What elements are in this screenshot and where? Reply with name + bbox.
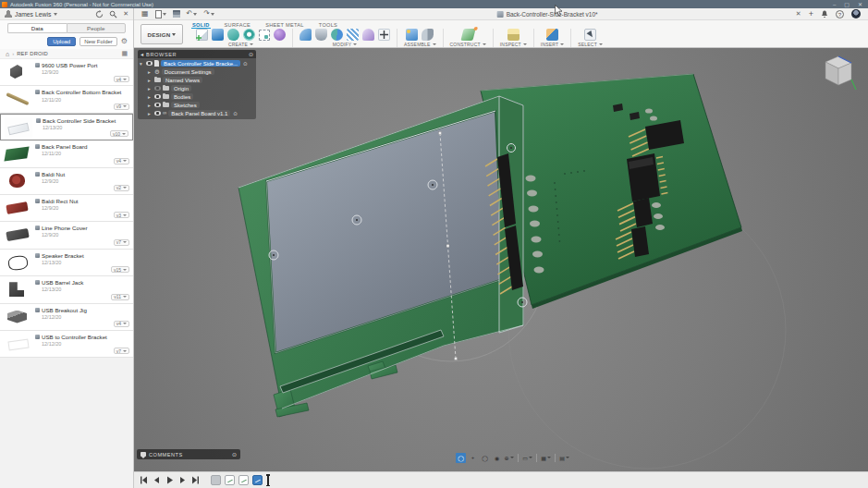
select-menu[interactable]: SELECT xyxy=(578,42,603,47)
offset-face-icon[interactable] xyxy=(347,29,359,41)
visibility-eye-icon[interactable] xyxy=(154,94,161,99)
minimize-icon[interactable]: – xyxy=(833,1,836,8)
construct-menu[interactable]: CONSTRUCT xyxy=(450,42,486,47)
new-tab-icon[interactable]: + xyxy=(809,9,813,18)
list-item[interactable]: Speaker Bracket 12/13/20 v15 xyxy=(0,250,133,276)
tab-solid[interactable]: SOLID xyxy=(191,22,211,28)
step-forward-icon[interactable] xyxy=(178,476,187,484)
fillet-icon[interactable] xyxy=(300,29,312,41)
visibility-eye-icon[interactable] xyxy=(154,86,161,91)
tab-tools[interactable]: TOOLS xyxy=(318,22,338,28)
timeline-feature-component[interactable] xyxy=(211,475,221,485)
orbit-tool-active[interactable]: ◯ xyxy=(456,453,466,463)
chevron-down-icon[interactable] xyxy=(54,13,57,16)
collapse-icon[interactable]: ◂ xyxy=(141,51,143,57)
tree-node-origin[interactable]: ▸ Origin xyxy=(140,84,254,92)
insert-icon[interactable] xyxy=(546,29,558,41)
construction-plane-icon[interactable] xyxy=(460,29,475,41)
tab-surface[interactable]: SURFACE xyxy=(224,22,252,28)
joint-icon[interactable] xyxy=(422,29,434,41)
visibility-eye-icon[interactable] xyxy=(154,111,161,116)
pan-tool[interactable]: + xyxy=(468,453,478,463)
comments-panel[interactable]: COMMENTS ⊙ xyxy=(137,449,240,459)
combine-icon[interactable] xyxy=(331,29,343,41)
zoom-tool[interactable]: ⊕ xyxy=(504,453,514,463)
visibility-eye-icon[interactable] xyxy=(146,61,153,66)
caret-icon[interactable]: ▾ xyxy=(140,61,144,67)
list-item[interactable]: Back Controller Bottom Bracket 12/11/20 … xyxy=(0,86,133,113)
user-name[interactable]: James Lewis xyxy=(15,11,51,18)
caret-icon[interactable]: ▸ xyxy=(148,103,153,108)
viewports-menu[interactable]: ▤ xyxy=(559,453,569,463)
version-dropdown[interactable]: v7 xyxy=(114,239,129,246)
version-dropdown[interactable]: v4 xyxy=(114,158,129,165)
version-dropdown[interactable]: v4 xyxy=(114,321,129,327)
home-icon[interactable]: ⌂ xyxy=(6,50,9,58)
list-item[interactable]: USB Breakout Jig 12/12/20 v4 xyxy=(0,304,133,331)
caret-icon[interactable]: ▸ xyxy=(148,69,153,75)
version-dropdown[interactable]: v11 xyxy=(111,294,129,300)
undo-button[interactable]: ↶ xyxy=(187,9,198,18)
upload-button[interactable]: Upload xyxy=(47,37,76,46)
tree-node-back-panel-board[interactable]: ▸ ∞ Back Panel Board v1.1 ⊙ xyxy=(140,109,254,117)
select-icon[interactable] xyxy=(584,29,596,41)
tree-node-sketches[interactable]: ▸ Sketches xyxy=(140,101,254,109)
appearance-icon[interactable] xyxy=(362,29,374,41)
user-avatar[interactable] xyxy=(851,9,861,18)
list-item[interactable]: Back Panel Board 12/11/20 v4 xyxy=(0,140,133,167)
side-bracket-body[interactable] xyxy=(238,96,523,417)
maximize-icon[interactable]: ▢ xyxy=(844,1,850,8)
browser-header[interactable]: ◂ BROWSER ⊙ xyxy=(138,50,256,58)
version-dropdown[interactable]: v7 xyxy=(114,348,129,354)
circle-icon[interactable]: ⊙ xyxy=(243,61,248,67)
viewport-canvas[interactable]: ◂ BROWSER ⊙ ▾ Back Controller Side Brack… xyxy=(134,48,868,471)
list-item[interactable]: USB Barrel Jack 12/13/20 v11 xyxy=(0,276,133,303)
search-icon[interactable] xyxy=(109,10,117,18)
display-settings-menu[interactable]: ▭ xyxy=(522,453,532,463)
timeline-feature-sketch-active[interactable] xyxy=(252,475,263,485)
file-menu-button[interactable] xyxy=(155,10,166,18)
grid-view-icon[interactable]: ▦ xyxy=(121,50,128,57)
caret-icon[interactable]: ▸ xyxy=(148,86,153,92)
box-icon[interactable] xyxy=(212,29,224,41)
play-icon[interactable] xyxy=(165,476,174,484)
view-cube[interactable] xyxy=(814,54,857,96)
version-dropdown[interactable]: v2 xyxy=(114,185,129,191)
list-item-selected[interactable]: Back Controller Side Bracket 12/13/20 v1… xyxy=(0,114,133,140)
gear-icon[interactable]: ⚙ xyxy=(121,37,128,45)
tab-sheet-metal[interactable]: SHEET METAL xyxy=(264,22,305,28)
new-component-icon[interactable] xyxy=(406,29,418,41)
version-dropdown[interactable]: v3 xyxy=(114,212,129,218)
refresh-icon[interactable] xyxy=(95,10,104,18)
list-item[interactable]: Baldi Nut 12/9/20 v2 xyxy=(0,168,133,195)
caret-icon[interactable]: ▸ xyxy=(148,111,153,116)
tree-node-bodies[interactable]: ▸ Bodies xyxy=(140,92,254,101)
version-dropdown[interactable]: v10 xyxy=(110,130,128,137)
step-back-icon[interactable] xyxy=(153,476,161,484)
caret-icon[interactable]: ▸ xyxy=(148,94,153,100)
tree-root-row[interactable]: ▾ Back Controller Side Bracke... ⊙ xyxy=(140,59,254,67)
tree-node-document-settings[interactable]: ▸ ⚙ Document Settings xyxy=(140,67,254,76)
caret-icon[interactable]: ▸ xyxy=(148,78,153,83)
assemble-menu[interactable]: ASSEMBLE xyxy=(404,42,436,47)
insert-menu[interactable]: INSERT xyxy=(541,42,564,47)
list-item[interactable]: Baldi Rect Nut 12/9/20 v3 xyxy=(0,195,133,222)
version-dropdown[interactable]: v4 xyxy=(114,76,129,82)
close-icon[interactable]: ✕ xyxy=(858,1,862,8)
revolve-icon[interactable] xyxy=(243,29,255,41)
save-icon[interactable] xyxy=(173,10,180,18)
help-icon[interactable]: ? xyxy=(836,10,844,18)
modify-menu[interactable]: MODIFY xyxy=(333,42,358,47)
data-panel-toggle-icon[interactable]: ▦ xyxy=(141,9,149,18)
list-item[interactable]: 9600 USB Power Port 12/9/20 v4 xyxy=(0,59,133,86)
orbit-tool[interactable]: ◯ xyxy=(480,453,490,463)
list-item[interactable]: USB to Controller Bracket 12/12/20 v7 xyxy=(0,331,133,358)
look-at-tool[interactable]: ◉ xyxy=(492,453,502,463)
version-dropdown[interactable]: v9 xyxy=(114,104,129,110)
workspace-selector-button[interactable]: DESIGN xyxy=(141,24,183,44)
sphere-icon[interactable] xyxy=(274,29,286,41)
form-icon[interactable] xyxy=(227,29,239,41)
inspect-menu[interactable]: INSPECT xyxy=(500,42,527,47)
pattern-icon[interactable] xyxy=(259,30,270,41)
new-folder-button[interactable]: New Folder xyxy=(79,37,117,46)
